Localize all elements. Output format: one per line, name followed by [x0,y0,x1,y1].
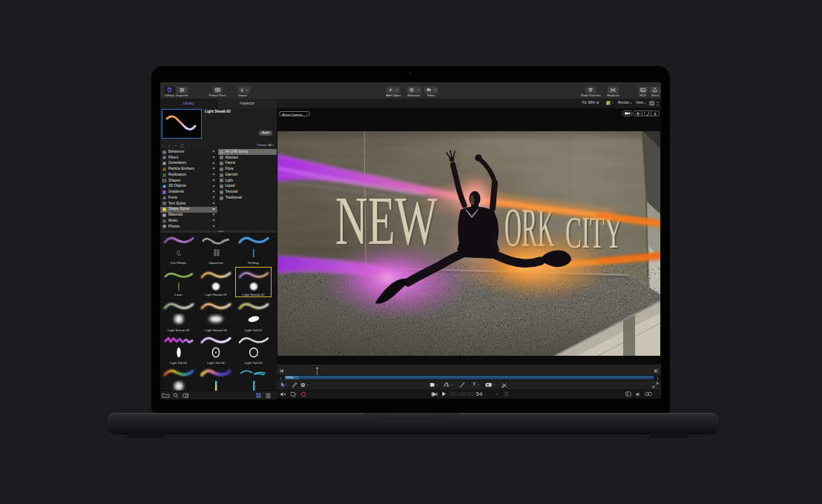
svg-text:A: A [163,196,166,200]
svg-text:A: A [163,202,165,206]
